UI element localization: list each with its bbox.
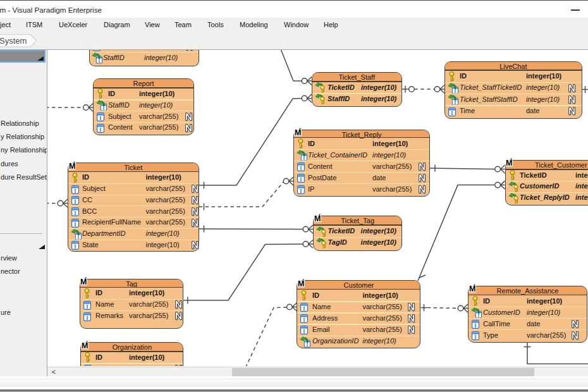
svg-text:System: System	[0, 36, 27, 46]
